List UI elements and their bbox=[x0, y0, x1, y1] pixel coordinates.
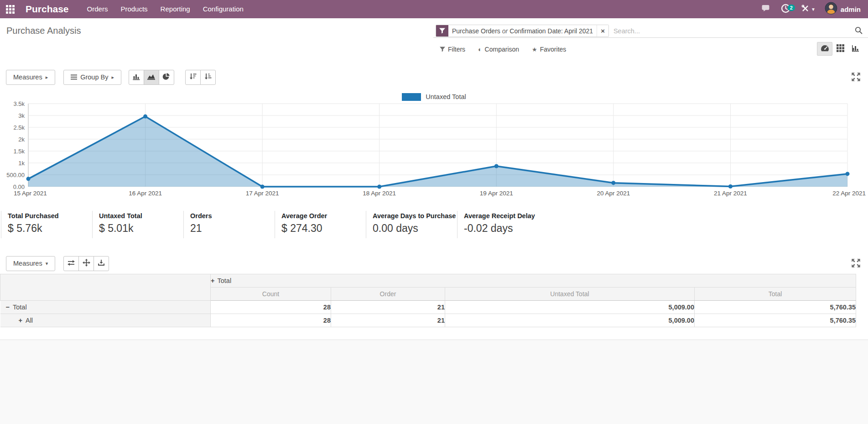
menu-reporting[interactable]: Reporting bbox=[154, 0, 197, 18]
expand-arrows-icon bbox=[851, 262, 861, 269]
menu-products[interactable]: Products bbox=[114, 0, 154, 18]
sort-asc-icon bbox=[204, 73, 212, 81]
favorites-menu[interactable]: ★ Favorites bbox=[532, 46, 566, 53]
row-label: All bbox=[26, 317, 33, 324]
kpi-row: Total Purchased $ 5.76k Untaxed Total $ … bbox=[0, 211, 868, 238]
comparison-label: Comparison bbox=[485, 46, 519, 53]
filters-menu[interactable]: Filters bbox=[440, 46, 465, 53]
bar-chart-type-button[interactable] bbox=[129, 70, 144, 85]
svg-text:15 Apr 2021: 15 Apr 2021 bbox=[14, 190, 47, 197]
magnifier-icon bbox=[855, 26, 863, 36]
bar-chart-icon bbox=[132, 73, 140, 82]
pivot-header-total[interactable]: Total bbox=[695, 288, 856, 301]
pivot-measures-button[interactable]: Measures ▾ bbox=[6, 256, 55, 271]
svg-text:3.5k: 3.5k bbox=[13, 101, 25, 107]
pivot-row-all: +All 28 21 5,009.00 5,760.35 bbox=[0, 314, 856, 327]
kpi-total-purchased: Total Purchased $ 5.76k bbox=[1, 211, 92, 238]
search-input[interactable] bbox=[609, 27, 853, 35]
bar-chart-icon bbox=[852, 45, 860, 53]
kpi-label: Average Order bbox=[281, 212, 366, 220]
dashboard-toolbar: Measures ▸ Group By ▸ bbox=[6, 69, 868, 85]
activity-count-badge: 2 bbox=[788, 5, 795, 11]
user-name: admin bbox=[841, 5, 861, 13]
menu-bars-icon bbox=[71, 74, 77, 80]
navbar-right: 2 ▼ admin bbox=[756, 0, 868, 18]
legend-swatch bbox=[402, 93, 421, 101]
sort-descending-button[interactable] bbox=[185, 70, 201, 85]
download-icon bbox=[98, 259, 105, 267]
pivot-toolbar: Measures ▾ bbox=[6, 256, 868, 271]
pivot-row-total: −Total 28 21 5,009.00 5,760.35 bbox=[0, 301, 856, 314]
plus-icon[interactable]: + bbox=[211, 277, 214, 284]
caret-right-icon: ▸ bbox=[111, 74, 114, 80]
facet-remove-button[interactable]: × bbox=[597, 25, 608, 37]
pivot-measures-label: Measures bbox=[13, 260, 42, 267]
cell-total-untaxed: 5,009.00 bbox=[445, 301, 695, 314]
menu-orders[interactable]: Orders bbox=[81, 0, 114, 18]
untaxed-total-area-chart[interactable]: 0.00500.001k1.5k2k2.5k3k3.5k15 Apr 20211… bbox=[0, 101, 868, 206]
comparison-menu[interactable]: ◐ Comparison bbox=[478, 46, 519, 53]
debug-tools-button[interactable]: ▼ bbox=[796, 5, 821, 14]
star-icon: ★ bbox=[532, 46, 537, 53]
activities-button[interactable]: 2 bbox=[775, 4, 796, 15]
pivot-table: +Total Count Order Untaxed Total Total −… bbox=[0, 274, 856, 327]
pivot-header-untaxed-total[interactable]: Untaxed Total bbox=[445, 288, 695, 301]
user-menu[interactable]: admin bbox=[821, 2, 868, 16]
search-bar: Purchase Orders or Confirmation Date: Ap… bbox=[433, 24, 868, 38]
pivot-column-group-total[interactable]: +Total bbox=[211, 274, 856, 288]
control-panel: Purchase Analysis Purchase Orders or Con… bbox=[0, 18, 868, 64]
facet-or: or bbox=[502, 27, 508, 35]
chart-type-switcher bbox=[129, 70, 174, 85]
svg-text:19 Apr 2021: 19 Apr 2021 bbox=[480, 190, 513, 197]
pivot-row-header-total[interactable]: −Total bbox=[0, 301, 211, 314]
pivot-row-header-all[interactable]: +All bbox=[0, 314, 211, 327]
exchange-icon bbox=[67, 260, 75, 267]
pivot-table-container: +Total Count Order Untaxed Total Total −… bbox=[0, 274, 856, 327]
dashboard-fullscreen-button[interactable] bbox=[851, 72, 861, 83]
messages-button[interactable] bbox=[756, 5, 775, 14]
graph-view-button[interactable] bbox=[848, 42, 863, 56]
group-by-button[interactable]: Group By ▸ bbox=[63, 70, 121, 85]
pie-chart-icon bbox=[162, 73, 170, 82]
cell-total-order: 21 bbox=[331, 301, 445, 314]
minus-icon[interactable]: − bbox=[6, 304, 10, 311]
app-name[interactable]: Purchase bbox=[26, 4, 69, 15]
expand-all-button[interactable] bbox=[78, 256, 94, 271]
comment-icon bbox=[761, 5, 770, 14]
kpi-label: Untaxed Total bbox=[99, 212, 183, 220]
svg-text:2.5k: 2.5k bbox=[13, 124, 25, 131]
avatar bbox=[825, 2, 837, 16]
menu-configuration[interactable]: Configuration bbox=[197, 0, 250, 18]
sort-ascending-button[interactable] bbox=[200, 70, 216, 85]
cell-all-count: 28 bbox=[211, 314, 331, 327]
facet-part2: Confirmation Date: April 2021 bbox=[509, 27, 593, 35]
plus-icon[interactable]: + bbox=[19, 317, 22, 324]
pivot-corner-cell bbox=[0, 274, 211, 301]
cell-all-untaxed: 5,009.00 bbox=[445, 314, 695, 327]
measures-button[interactable]: Measures ▸ bbox=[6, 70, 55, 85]
svg-text:2k: 2k bbox=[18, 136, 25, 143]
caret-down-icon: ▼ bbox=[811, 7, 816, 12]
svg-text:17 Apr 2021: 17 Apr 2021 bbox=[246, 190, 279, 197]
kpi-value: $ 5.01k bbox=[99, 222, 183, 235]
kpi-label: Total Purchased bbox=[8, 212, 92, 220]
svg-text:16 Apr 2021: 16 Apr 2021 bbox=[129, 190, 162, 197]
pivot-fullscreen-button[interactable] bbox=[851, 258, 861, 269]
line-chart-type-button[interactable] bbox=[144, 70, 159, 85]
app-menu: Orders Products Reporting Configuration bbox=[81, 0, 250, 18]
pivot-header-order[interactable]: Order bbox=[331, 288, 445, 301]
pivot-header-count[interactable]: Count bbox=[211, 288, 331, 301]
page-background bbox=[0, 340, 868, 424]
dashboard-view-button[interactable] bbox=[817, 42, 832, 56]
cell-all-order: 21 bbox=[331, 314, 445, 327]
download-xlsx-button[interactable] bbox=[94, 256, 109, 271]
kpi-average-receipt-delay: Average Receipt Delay -0.02 days bbox=[457, 211, 548, 238]
pie-chart-type-button[interactable] bbox=[159, 70, 174, 85]
search-button[interactable] bbox=[853, 26, 868, 36]
svg-text:3k: 3k bbox=[18, 112, 25, 119]
chart-legend[interactable]: Untaxed Total bbox=[0, 92, 868, 101]
pivot-view-button[interactable] bbox=[832, 42, 848, 56]
caret-right-icon: ▸ bbox=[46, 74, 48, 80]
flip-axis-button[interactable] bbox=[63, 256, 79, 271]
apps-menu-button[interactable] bbox=[0, 5, 20, 14]
